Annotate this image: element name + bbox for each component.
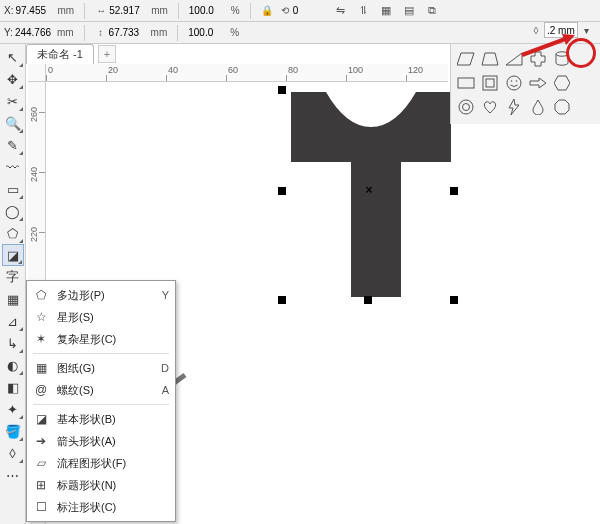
shape-heart[interactable]: [479, 96, 501, 118]
svg-marker-1: [482, 53, 498, 65]
flyout-arrow-shapes[interactable]: ➔箭头形状(A): [27, 430, 175, 452]
property-bar-row-1: X:97.455mm ↔52.917mm 100.0% 🔒 ⟲0 ⇋ ⥮ ▦ ▤…: [0, 0, 600, 22]
svg-marker-2: [506, 53, 522, 65]
more-tool[interactable]: ⋯: [2, 464, 24, 486]
mirror-v-button[interactable]: ⥮: [353, 0, 373, 20]
svg-rect-4: [458, 78, 474, 88]
shape-picker-panel: [450, 44, 600, 124]
height-icon: ↕: [95, 27, 107, 39]
arrow-shapes-icon: ➔: [33, 433, 49, 449]
svg-point-9: [516, 80, 518, 82]
scale-x-value[interactable]: 100.0: [189, 5, 229, 16]
shape-ring[interactable]: [455, 96, 477, 118]
shape-flyout-menu: ⬠多边形(P)Y ☆星形(S) ✶复杂星形(C) ▦图纸(G)D @螺纹(S)A…: [26, 280, 176, 522]
shape-rectangle[interactable]: [455, 72, 477, 94]
shape-cylinder[interactable]: [551, 48, 573, 70]
shape-drop[interactable]: [527, 96, 549, 118]
zoom-tool[interactable]: 🔍: [2, 112, 24, 134]
handle-tl[interactable]: [278, 86, 286, 94]
shape-arrow-right[interactable]: [527, 72, 549, 94]
flyout-polygon[interactable]: ⬠多边形(P)Y: [27, 284, 175, 306]
crop-tool[interactable]: ✂: [2, 90, 24, 112]
polygon-icon: ⬠: [33, 287, 49, 303]
fill-tool[interactable]: 🪣: [2, 420, 24, 442]
eyedropper-tool[interactable]: ✦: [2, 398, 24, 420]
shape-hexagon[interactable]: [551, 72, 573, 94]
flyout-complex-star[interactable]: ✶复杂星形(C): [27, 328, 175, 350]
flyout-graph-paper[interactable]: ▦图纸(G)D: [27, 357, 175, 379]
tab-document-1[interactable]: 未命名 -1: [26, 44, 94, 64]
shape-triangle[interactable]: [503, 48, 525, 70]
handle-mr[interactable]: [450, 187, 458, 195]
flyout-star[interactable]: ☆星形(S): [27, 306, 175, 328]
shape-cross[interactable]: [527, 48, 549, 70]
x-label: X:: [4, 5, 13, 16]
shape-parallelogram[interactable]: [455, 48, 477, 70]
effects-tool[interactable]: ◐: [2, 354, 24, 376]
connector-tool[interactable]: ↳: [2, 332, 24, 354]
height-value[interactable]: 67.733: [109, 27, 149, 38]
text-tool[interactable]: 字: [2, 266, 24, 288]
callout-icon: ☐: [33, 499, 49, 515]
transparency-tool[interactable]: ◧: [2, 376, 24, 398]
scale-y-value[interactable]: 100.0: [188, 27, 228, 38]
ruler-origin[interactable]: [28, 64, 46, 82]
flyout-basic-shapes[interactable]: ◪基本形状(B): [27, 408, 175, 430]
stroke-icon: ◊: [530, 24, 542, 36]
svg-point-3: [556, 52, 568, 56]
basic-shapes-tool[interactable]: ◪: [2, 244, 24, 266]
polygon-tool[interactable]: ⬠: [2, 222, 24, 244]
handle-bl[interactable]: [278, 296, 286, 304]
stroke-dropdown-icon[interactable]: ▾: [580, 24, 592, 36]
ellipse-tool[interactable]: ◯: [2, 200, 24, 222]
shape-lightning[interactable]: [503, 96, 525, 118]
shape-smiley[interactable]: [503, 72, 525, 94]
flyout-callout-shapes[interactable]: ☐标注形状(C): [27, 496, 175, 518]
svg-point-7: [507, 76, 521, 90]
handle-br[interactable]: [450, 296, 458, 304]
spiral-icon: @: [33, 382, 49, 398]
freehand-tool[interactable]: ✎: [2, 134, 24, 156]
svg-marker-14: [555, 100, 569, 114]
handle-bm[interactable]: [364, 296, 372, 304]
title-shapes-icon: ⊞: [33, 477, 49, 493]
ruler-horizontal[interactable]: 0 20 40 60 80 100 120: [46, 64, 448, 82]
shape-edit-tool[interactable]: ✥: [2, 68, 24, 90]
mirror-h-button[interactable]: ⇋: [330, 0, 350, 20]
width-value[interactable]: 52.917: [109, 5, 149, 16]
document-tabs: 未命名 -1 +: [26, 44, 116, 64]
shape-bevel[interactable]: [479, 72, 501, 94]
stroke-width-input[interactable]: [544, 22, 578, 38]
toolbox: ↖ ✥ ✂ 🔍 ✎ 〰 ▭ ◯ ⬠ ◪ 字 ▦ ⊿ ↳ ◐ ◧ ✦ 🪣 ◊ ⋯: [0, 44, 26, 524]
angle-value[interactable]: 0: [293, 5, 333, 16]
order-button[interactable]: ▤: [399, 0, 419, 20]
shape-octagon[interactable]: [551, 96, 573, 118]
shape-trapezoid[interactable]: [479, 48, 501, 70]
flyout-title-shapes[interactable]: ⊞标题形状(N): [27, 474, 175, 496]
x-value[interactable]: 97.455: [15, 5, 55, 16]
artistic-media-tool[interactable]: 〰: [2, 156, 24, 178]
center-marker[interactable]: ×: [364, 185, 374, 195]
flowchart-icon: ▱: [33, 455, 49, 471]
flyout-spiral[interactable]: @螺纹(S)A: [27, 379, 175, 401]
align-buttons: ⇋ ⥮ ▦ ▤ ⧉: [330, 0, 442, 20]
svg-point-11: [459, 100, 473, 114]
wrap-button[interactable]: ⧉: [422, 0, 442, 20]
align-button[interactable]: ▦: [376, 0, 396, 20]
y-value[interactable]: 244.766: [15, 27, 55, 38]
outline-tool[interactable]: ◊: [2, 442, 24, 464]
flyout-flowchart-shapes[interactable]: ▱流程图形状(F): [27, 452, 175, 474]
lock-icon[interactable]: 🔒: [261, 5, 273, 17]
dimension-tool[interactable]: ⊿: [2, 310, 24, 332]
new-tab-button[interactable]: +: [98, 45, 116, 63]
table-tool[interactable]: ▦: [2, 288, 24, 310]
svg-point-12: [463, 104, 470, 111]
property-bar-row-2: Y:244.766mm ↕67.733mm 100.0%: [0, 22, 600, 44]
rotate-icon: ⟲: [279, 5, 291, 17]
svg-marker-0: [457, 53, 474, 65]
pick-tool[interactable]: ↖: [2, 46, 24, 68]
graph-icon: ▦: [33, 360, 49, 376]
rectangle-tool[interactable]: ▭: [2, 178, 24, 200]
handle-ml[interactable]: [278, 187, 286, 195]
star-icon: ☆: [33, 309, 49, 325]
